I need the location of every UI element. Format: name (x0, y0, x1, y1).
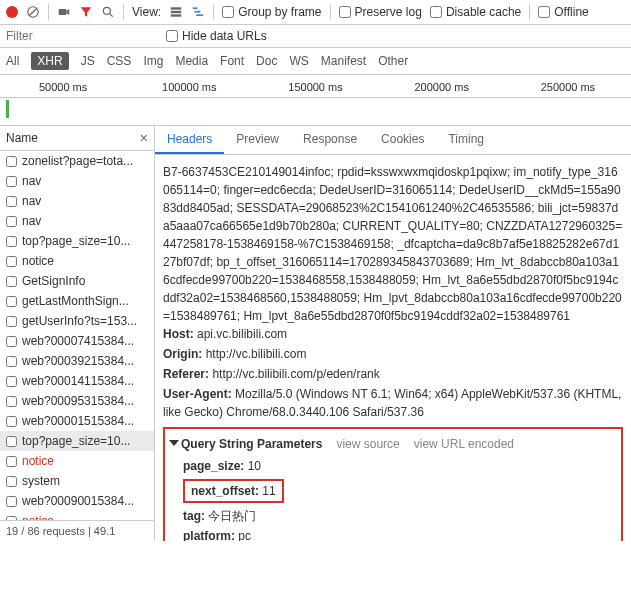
large-request-rows-icon[interactable] (169, 5, 183, 19)
request-row[interactable]: GetSignInfo (0, 271, 154, 291)
request-row-checkbox[interactable] (6, 196, 17, 207)
filter-type-media[interactable]: Media (175, 54, 208, 68)
request-row-checkbox[interactable] (6, 456, 17, 467)
request-row-label: web?00039215384... (22, 354, 134, 368)
request-row[interactable]: web?00014115384... (0, 371, 154, 391)
request-row-checkbox[interactable] (6, 376, 17, 387)
clear-icon[interactable] (26, 5, 40, 19)
view-url-encoded-link[interactable]: view URL encoded (414, 435, 514, 453)
filter-type-xhr[interactable]: XHR (31, 52, 68, 70)
request-row-label: web?00095315384... (22, 394, 134, 408)
request-row-checkbox[interactable] (6, 276, 17, 287)
svg-rect-10 (196, 14, 203, 16)
close-icon[interactable]: × (140, 130, 148, 146)
svg-point-3 (103, 7, 110, 14)
request-row[interactable]: notice (0, 451, 154, 471)
filter-type-img[interactable]: Img (143, 54, 163, 68)
request-row[interactable]: nav (0, 191, 154, 211)
request-row-checkbox[interactable] (6, 496, 17, 507)
timeline-tick: 150000 ms (252, 81, 378, 93)
request-row[interactable]: notice (0, 511, 154, 520)
filter-icon[interactable] (79, 5, 93, 19)
camera-icon[interactable] (57, 5, 71, 19)
svg-line-1 (30, 9, 37, 16)
preserve-log-checkbox[interactable]: Preserve log (339, 5, 422, 19)
tab-response[interactable]: Response (291, 126, 369, 154)
request-row-label: web?00001515384... (22, 414, 134, 428)
request-row-checkbox[interactable] (6, 416, 17, 427)
referer-key: Referer: (163, 367, 209, 381)
request-row[interactable]: system (0, 471, 154, 491)
referer-value: http://vc.bilibili.com/p/eden/rank (212, 367, 379, 381)
waterfall-view-icon[interactable] (191, 5, 205, 19)
request-row-checkbox[interactable] (6, 176, 17, 187)
request-row[interactable]: nav (0, 171, 154, 191)
request-row[interactable]: web?00095315384... (0, 391, 154, 411)
tab-timing[interactable]: Timing (436, 126, 496, 154)
disable-cache-checkbox[interactable]: Disable cache (430, 5, 521, 19)
origin-key: Origin: (163, 347, 202, 361)
request-row[interactable]: notice (0, 251, 154, 271)
query-param-key: tag: (183, 509, 205, 523)
request-row[interactable]: top?page_size=10... (0, 431, 154, 451)
record-icon[interactable] (6, 6, 18, 18)
query-param: tag: 今日热门 (183, 507, 615, 525)
cookie-header-value: B7-6637453CE210149014infoc; rpdid=ksswxw… (163, 163, 623, 325)
timeline-tick: 200000 ms (379, 81, 505, 93)
view-source-link[interactable]: view source (336, 435, 399, 453)
request-row-checkbox[interactable] (6, 356, 17, 367)
query-param-value: pc (235, 529, 251, 541)
filter-type-font[interactable]: Font (220, 54, 244, 68)
request-row-checkbox[interactable] (6, 476, 17, 487)
group-by-frame-checkbox[interactable]: Group by frame (222, 5, 321, 19)
view-label: View: (132, 5, 161, 19)
filter-type-manifest[interactable]: Manifest (321, 54, 366, 68)
request-row-checkbox[interactable] (6, 396, 17, 407)
request-row-checkbox[interactable] (6, 216, 17, 227)
svg-line-4 (110, 14, 113, 17)
filter-type-js[interactable]: JS (81, 54, 95, 68)
request-row-label: web?00007415384... (22, 334, 134, 348)
request-row[interactable]: zonelist?page=tota... (0, 151, 154, 171)
filter-type-ws[interactable]: WS (289, 54, 308, 68)
request-row-checkbox[interactable] (6, 236, 17, 247)
request-row-checkbox[interactable] (6, 156, 17, 167)
request-row[interactable]: getUserInfo?ts=153... (0, 311, 154, 331)
toolbar: View: Group by frame Preserve log Disabl… (0, 0, 631, 25)
filter-type-doc[interactable]: Doc (256, 54, 277, 68)
request-row[interactable]: getLastMonthSign... (0, 291, 154, 311)
hide-data-urls-checkbox[interactable]: Hide data URLs (166, 29, 267, 43)
request-row-checkbox[interactable] (6, 296, 17, 307)
request-row[interactable]: nav (0, 211, 154, 231)
request-row-checkbox[interactable] (6, 256, 17, 267)
request-row-checkbox[interactable] (6, 316, 17, 327)
query-param-value: 11 (259, 484, 276, 498)
request-row[interactable]: web?00001515384... (0, 411, 154, 431)
request-row[interactable]: top?page_size=10... (0, 231, 154, 251)
user-agent-key: User-Agent: (163, 387, 232, 401)
request-row-label: notice (22, 454, 54, 468)
user-agent-value: Mozilla/5.0 (Windows NT 6.1; Win64; x64)… (163, 387, 621, 419)
filter-type-all[interactable]: All (6, 54, 19, 68)
waterfall-overview[interactable] (0, 98, 631, 126)
filter-input[interactable] (6, 29, 156, 43)
tab-preview[interactable]: Preview (224, 126, 291, 154)
query-param: page_size: 10 (183, 457, 615, 475)
request-row-checkbox[interactable] (6, 436, 17, 447)
request-row-label: web?00090015384... (22, 494, 134, 508)
offline-checkbox[interactable]: Offline (538, 5, 588, 19)
tab-cookies[interactable]: Cookies (369, 126, 436, 154)
filter-type-other[interactable]: Other (378, 54, 408, 68)
name-column-header[interactable]: Name (6, 131, 38, 145)
request-row[interactable]: web?00090015384... (0, 491, 154, 511)
request-row-checkbox[interactable] (6, 336, 17, 347)
request-row[interactable]: web?00007415384... (0, 331, 154, 351)
svg-rect-6 (171, 11, 182, 13)
request-row[interactable]: web?00039215384... (0, 351, 154, 371)
request-row-label: top?page_size=10... (22, 234, 130, 248)
search-icon[interactable] (101, 5, 115, 19)
timeline-tick: 50000 ms (0, 81, 126, 93)
disclosure-triangle-icon[interactable] (169, 440, 179, 446)
tab-headers[interactable]: Headers (155, 126, 224, 154)
filter-type-css[interactable]: CSS (107, 54, 132, 68)
